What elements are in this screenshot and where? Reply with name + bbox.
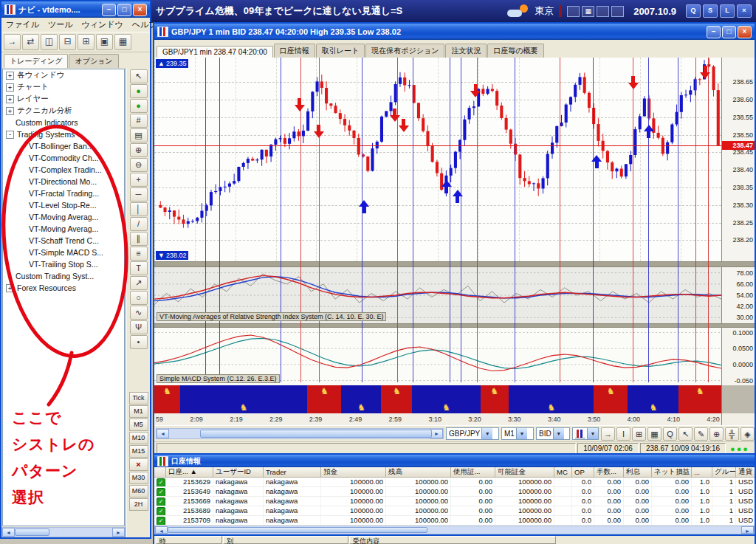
tree-item[interactable]: +チャート xyxy=(3,81,124,93)
tree-item[interactable]: +レイヤー xyxy=(3,93,124,105)
ticker-zoom-button[interactable]: Q xyxy=(686,4,701,18)
account-column-header[interactable]: MC xyxy=(554,467,572,478)
tree-item[interactable]: VT-Simple MACD S... xyxy=(3,247,124,258)
restore-button[interactable]: □ xyxy=(722,26,736,38)
row-select-cell[interactable]: ✓ xyxy=(154,516,166,525)
row-select-cell[interactable]: ✓ xyxy=(154,497,166,506)
zigzag-icon[interactable]: ∿ xyxy=(130,306,148,320)
chart-tab-0[interactable]: GBP/JPY1 min 238.47 04:20:00 xyxy=(157,46,273,58)
cursor-icon[interactable]: ↖ xyxy=(130,69,148,83)
account-column-header[interactable]: 預金 xyxy=(321,467,386,478)
scrollbar-track[interactable] xyxy=(168,526,741,534)
close-button[interactable]: × xyxy=(738,26,752,38)
account-column-header[interactable]: グルー... xyxy=(712,467,736,478)
rsi-plot[interactable]: VT-Moving Averages of Relative Strength … xyxy=(154,267,721,323)
layout-grid-icon[interactable]: ⊞ xyxy=(78,34,94,50)
account-titlebar[interactable]: 口座情報 xyxy=(154,455,755,467)
period-combo[interactable]: M1▼ xyxy=(501,427,534,440)
chart-tab-2[interactable]: 取引レート xyxy=(316,44,365,58)
objects-list-icon[interactable]: ▦ xyxy=(647,427,662,441)
tf-m1[interactable]: M1 xyxy=(129,405,148,418)
text-tool-icon[interactable]: T xyxy=(130,261,148,275)
navigator-hscrollbar[interactable]: ◄ ► xyxy=(1,527,126,537)
menu-item[interactable]: ウィンドウ xyxy=(78,18,128,32)
tree-item[interactable]: Custom Trading Syst... xyxy=(3,270,124,282)
tree-item[interactable]: VT-Level Stop-Re... xyxy=(3,199,124,211)
tab-options[interactable]: オプション xyxy=(69,54,118,68)
crosshair-icon[interactable]: + xyxy=(130,173,148,187)
chart-tab-1[interactable]: 口座情報 xyxy=(274,44,315,58)
scrollbar-track[interactable] xyxy=(15,528,112,537)
layout-stack-icon[interactable]: ⊟ xyxy=(59,34,76,50)
tree-item[interactable]: +テクニカル分析 xyxy=(3,105,124,117)
crosshair-mode-icon[interactable]: ╬ xyxy=(725,427,739,441)
new-window-icon[interactable]: ▤ xyxy=(130,128,148,142)
account-column-header[interactable]: 利息 xyxy=(624,467,652,478)
chevron-down-icon[interactable]: ▼ xyxy=(587,428,598,439)
zoom-mode-icon[interactable]: Q xyxy=(663,427,677,441)
tree-expander-icon[interactable]: + xyxy=(6,72,14,80)
tree-item[interactable]: +Forex Resources xyxy=(3,282,124,294)
chart-type-combo[interactable]: ▼ xyxy=(572,427,599,440)
dock-icon[interactable]: → xyxy=(4,34,21,50)
ellipse-tool-icon[interactable]: ○ xyxy=(130,291,148,305)
tf-2h[interactable]: 2H xyxy=(129,498,148,511)
grid-toggle-icon[interactable]: ⊞ xyxy=(632,427,646,441)
ticker-square-button[interactable] xyxy=(567,6,580,17)
tile-windows-icon[interactable]: ▦ xyxy=(114,34,131,50)
cascade-windows-icon[interactable]: ▣ xyxy=(96,34,113,50)
checkbox-checked-icon[interactable]: ✓ xyxy=(157,507,165,515)
arrow-tool-icon[interactable]: ↗ xyxy=(130,276,148,290)
tf-m5[interactable]: M5 xyxy=(129,419,148,431)
menu-item[interactable]: ツール xyxy=(44,18,78,32)
ticker-square-button[interactable] xyxy=(611,6,624,17)
account-row[interactable]: ✓2153689nakagawanakagawa100000.00100000.… xyxy=(154,506,755,516)
scroll-to-end-icon[interactable]: → xyxy=(601,427,615,441)
row-select-cell[interactable]: ✓ xyxy=(154,487,166,496)
tab-trading[interactable]: トレーディング xyxy=(4,54,68,68)
draw-mode-icon[interactable]: ✎ xyxy=(694,427,708,441)
checkbox-checked-icon[interactable]: ✓ xyxy=(157,517,165,525)
news-column-header[interactable]: 別 xyxy=(223,536,348,544)
channel-icon[interactable]: ∥ xyxy=(130,232,148,246)
tf-tick[interactable]: Tick xyxy=(129,392,148,404)
chart-titlebar[interactable]: GBP/JPY 1 min BID 238.47 04:20:00 High 2… xyxy=(154,24,755,40)
tree-item[interactable]: VT-Moving Averag... xyxy=(3,223,124,235)
price-plot[interactable]: ▲239.35 ▼238.02 xyxy=(154,58,721,261)
template-icon[interactable]: ◈ xyxy=(740,427,755,441)
account-row[interactable]: ✓2153649nakagawanakagawa100000.00100000.… xyxy=(154,487,755,497)
scroll-right-button[interactable]: ► xyxy=(430,429,443,438)
account-row[interactable]: ✓2153669nakagawanakagawa100000.00100000.… xyxy=(154,497,755,506)
pointer-mode-icon[interactable]: ↖ xyxy=(678,427,693,441)
tree-item[interactable]: VT-Moving Averag... xyxy=(3,211,124,223)
tree-expander-icon[interactable]: + xyxy=(6,107,14,115)
minimize-button[interactable]: – xyxy=(707,26,721,38)
tf-m60[interactable]: M60 xyxy=(129,485,148,497)
news-column-header[interactable]: 受信内容 xyxy=(349,536,556,544)
sync-icon[interactable]: ⇄ xyxy=(22,34,39,50)
chevron-down-icon[interactable]: ▼ xyxy=(516,428,527,439)
grid-icon[interactable]: # xyxy=(130,114,148,128)
account-column-header[interactable]: 通貨 xyxy=(736,467,755,478)
chart-hscrollbar[interactable]: ◄ ► xyxy=(156,428,444,439)
chevron-down-icon[interactable]: ▼ xyxy=(481,428,492,439)
account-column-header[interactable]: 口座... ▲ xyxy=(166,467,213,478)
tree-item[interactable]: +各ウィンドウ xyxy=(3,69,124,81)
menu-item[interactable]: ファイル xyxy=(1,18,44,32)
ticker-layout-button[interactable]: L xyxy=(720,4,735,18)
tf-m10[interactable]: M10 xyxy=(129,432,148,444)
chart-tab-5[interactable]: 口座毎の概要 xyxy=(487,44,543,58)
account-column-header[interactable]: ユーザーID xyxy=(213,467,264,478)
marker-icon[interactable]: • xyxy=(130,335,148,349)
account-column-header[interactable]: 残高 xyxy=(386,467,451,478)
scroll-right-button[interactable]: ► xyxy=(741,526,754,534)
scroll-left-button[interactable]: ◄ xyxy=(2,528,15,537)
tree-item[interactable]: VT-Trailing Stop S... xyxy=(3,258,124,270)
minimize-button[interactable]: – xyxy=(102,4,116,16)
scroll-left-button[interactable]: ◄ xyxy=(157,429,169,438)
scrollbar-thumb[interactable] xyxy=(200,430,432,438)
scrollbar-thumb[interactable] xyxy=(168,527,427,533)
zoom-in-icon[interactable]: ⊕ xyxy=(130,143,148,157)
quote-a-icon[interactable]: ● xyxy=(130,84,148,98)
cursor-mode-icon[interactable]: I xyxy=(616,427,630,441)
